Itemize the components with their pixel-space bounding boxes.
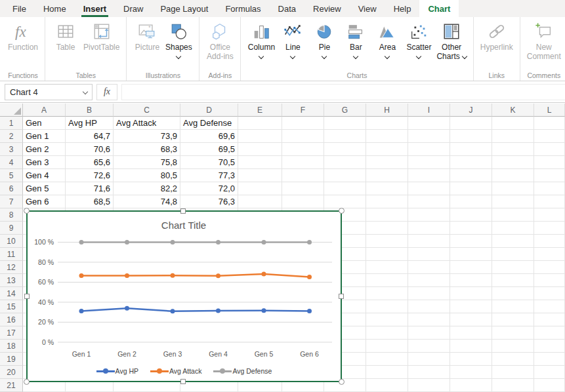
cell-F5[interactable] [282, 169, 324, 182]
cell-J15[interactable] [450, 300, 492, 313]
cell-L10[interactable] [534, 235, 565, 248]
cell-E7[interactable] [238, 195, 282, 208]
cell-J3[interactable] [450, 143, 492, 156]
cell-J19[interactable] [450, 353, 492, 366]
cell-D2[interactable]: 69,6 [180, 130, 238, 143]
scatter-button[interactable]: Scatter [403, 19, 434, 59]
tab-chart[interactable]: Chart [419, 0, 459, 17]
column-header-a[interactable]: A [23, 104, 66, 117]
cell-J14[interactable] [450, 287, 492, 300]
cell-F3[interactable] [282, 143, 324, 156]
cell-H12[interactable] [366, 261, 408, 274]
chart[interactable]: Chart Title0 %20 %40 %60 %80 %100 %Gen 1… [26, 210, 342, 382]
cell-K13[interactable] [492, 274, 534, 287]
tab-review[interactable]: Review [304, 0, 350, 17]
cell-E4[interactable] [238, 156, 282, 169]
row-header-11[interactable]: 11 [0, 248, 23, 261]
cell-K8[interactable] [492, 208, 534, 222]
row-header-10[interactable]: 10 [0, 235, 23, 248]
cell-K21[interactable] [492, 379, 534, 392]
cell-H6[interactable] [366, 182, 408, 195]
row-header-8[interactable]: 8 [0, 208, 23, 222]
row-header-20[interactable]: 20 [0, 366, 23, 379]
column-header-c[interactable]: C [114, 104, 180, 117]
cell-B2[interactable]: 64,7 [66, 130, 114, 143]
row-header-19[interactable]: 19 [0, 353, 23, 366]
cell-H9[interactable] [366, 222, 408, 235]
cell-H10[interactable] [366, 235, 408, 248]
cell-C7[interactable]: 74,8 [114, 195, 180, 208]
cell-H18[interactable] [366, 340, 408, 353]
column-header-i[interactable]: I [408, 104, 450, 117]
formula-input[interactable] [121, 84, 565, 100]
cell-H16[interactable] [366, 313, 408, 326]
cell-E6[interactable] [238, 182, 282, 195]
cell-H5[interactable] [366, 169, 408, 182]
cell-G2[interactable] [324, 130, 366, 143]
tab-file[interactable]: File [4, 0, 35, 17]
row-header-9[interactable]: 9 [0, 222, 23, 235]
cell-H15[interactable] [366, 300, 408, 313]
cell-K1[interactable] [492, 117, 534, 130]
cell-I15[interactable] [408, 300, 450, 313]
cell-H19[interactable] [366, 353, 408, 366]
cell-I5[interactable] [408, 169, 450, 182]
cell-G1[interactable] [324, 117, 366, 130]
cell-J18[interactable] [450, 340, 492, 353]
row-header-21[interactable]: 21 [0, 379, 23, 392]
cell-J8[interactable] [450, 208, 492, 222]
resize-handle-top-right[interactable] [339, 208, 345, 214]
cell-E5[interactable] [238, 169, 282, 182]
row-header-6[interactable]: 6 [0, 182, 23, 195]
cell-K17[interactable] [492, 326, 534, 340]
row-header-17[interactable]: 17 [0, 326, 23, 340]
column-header-b[interactable]: B [66, 104, 114, 117]
cell-B4[interactable]: 65,6 [66, 156, 114, 169]
cell-I16[interactable] [408, 313, 450, 326]
column-header-j[interactable]: J [450, 104, 492, 117]
cell-L20[interactable] [534, 366, 565, 379]
cell-B6[interactable]: 71,6 [66, 182, 114, 195]
cell-B3[interactable]: 70,6 [66, 143, 114, 156]
cell-C1[interactable]: Avg Attack [114, 117, 180, 130]
cell-F4[interactable] [282, 156, 324, 169]
cell-B1[interactable]: Avg HP [66, 117, 114, 130]
cell-A3[interactable]: Gen 2 [23, 143, 66, 156]
row-header-16[interactable]: 16 [0, 313, 23, 326]
cell-K7[interactable] [492, 195, 534, 208]
row-header-2[interactable]: 2 [0, 130, 23, 143]
cell-K14[interactable] [492, 287, 534, 300]
cell-D6[interactable]: 72,0 [180, 182, 238, 195]
row-header-13[interactable]: 13 [0, 274, 23, 287]
cell-J16[interactable] [450, 313, 492, 326]
cell-K3[interactable] [492, 143, 534, 156]
tab-home[interactable]: Home [35, 0, 75, 17]
cell-L19[interactable] [534, 353, 565, 366]
cell-I12[interactable] [408, 261, 450, 274]
cell-J4[interactable] [450, 156, 492, 169]
cell-D1[interactable]: Avg Defense [180, 117, 238, 130]
cell-A1[interactable]: Gen [23, 117, 66, 130]
resize-handle-top-center[interactable] [180, 208, 186, 214]
resize-handle-bottom-left[interactable] [24, 379, 30, 385]
cell-L17[interactable] [534, 326, 565, 340]
cell-G6[interactable] [324, 182, 366, 195]
cell-I18[interactable] [408, 340, 450, 353]
cell-L7[interactable] [534, 195, 565, 208]
cell-J9[interactable] [450, 222, 492, 235]
cell-K12[interactable] [492, 261, 534, 274]
cell-J21[interactable] [450, 379, 492, 392]
tab-draw[interactable]: Draw [115, 0, 152, 17]
cell-L4[interactable] [534, 156, 565, 169]
cell-A2[interactable]: Gen 1 [23, 130, 66, 143]
cell-G3[interactable] [324, 143, 366, 156]
row-header-5[interactable]: 5 [0, 169, 23, 182]
select-all-corner[interactable] [0, 104, 23, 117]
column-header-h[interactable]: H [366, 104, 408, 117]
column-header-k[interactable]: K [492, 104, 534, 117]
cell-I20[interactable] [408, 366, 450, 379]
cell-L12[interactable] [534, 261, 565, 274]
cell-H14[interactable] [366, 287, 408, 300]
cell-F2[interactable] [282, 130, 324, 143]
cell-A5[interactable]: Gen 4 [23, 169, 66, 182]
